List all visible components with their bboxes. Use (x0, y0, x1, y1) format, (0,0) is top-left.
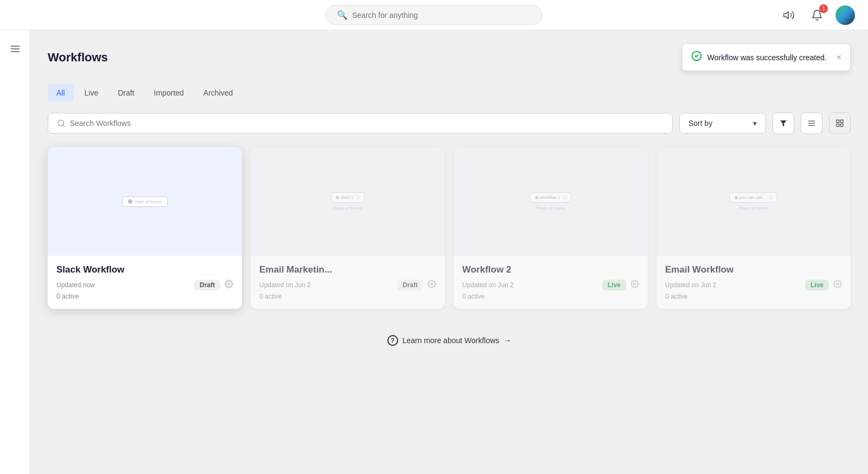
toast-close-button[interactable]: × (837, 53, 841, 62)
global-search-bar[interactable]: 🔍 (326, 5, 542, 25)
megaphone-button[interactable] (779, 5, 799, 25)
card-active-slack: 0 active (56, 293, 233, 300)
preview-content-ew: you can use... Place of funnel (730, 192, 778, 211)
learn-more-link[interactable]: ? Learn more about Workflows → (48, 326, 851, 355)
card-info-email-marketing: Email Marketin... Updated on Jun 2 Draft (251, 256, 445, 309)
preview-dot (336, 196, 339, 199)
card-preview-email-marketing: Start 1 Place of funnel (251, 147, 445, 256)
preview-small-box-w2 (563, 196, 566, 199)
filter-icon (779, 119, 788, 128)
gear-icon-email-marketing[interactable] (427, 280, 436, 290)
preview-content-w2: workflow 1 Place of funnel (530, 192, 572, 211)
preview-funnel-label-w2: Place of funnel (537, 206, 565, 211)
svg-rect-14 (840, 124, 843, 127)
card-info-workflow2: Workflow 2 Updated on Jun 2 Live (454, 256, 648, 309)
preview-box-label: Start of funnel (135, 199, 162, 204)
svg-point-15 (228, 283, 230, 285)
badge-draft-slack: Draft (194, 280, 220, 290)
sidebar-menu-icon[interactable] (5, 39, 25, 59)
tabs-row: All Live Draft Imported Archived (48, 84, 851, 102)
preview-small-box-ew (769, 196, 773, 199)
tab-archived[interactable]: Archived (195, 84, 241, 102)
list-view-button[interactable] (801, 112, 822, 134)
card-updated-email-workflow: Updated on Jun 2 (665, 281, 717, 289)
card-info-slack: Slack Workflow Updated now Draft (48, 256, 242, 309)
tab-live[interactable]: Live (76, 84, 107, 102)
card-preview-email-workflow: you can use... Place of funnel (656, 147, 851, 256)
notification-button[interactable]: 1 (807, 5, 827, 25)
toast-notification: Workflow was successfully created. × (682, 43, 851, 71)
card-updated-workflow2: Updated on Jun 2 (462, 281, 514, 289)
toast-success-icon (691, 50, 702, 64)
hamburger-icon (10, 43, 21, 54)
preview-row-ew: you can use... (730, 192, 778, 203)
page-title: Workflows (48, 50, 108, 65)
workflow-card-workflow2[interactable]: workflow 1 Place of funnel Workflow 2 Up… (454, 147, 648, 309)
sort-label: Sort by (688, 119, 712, 128)
svg-marker-7 (780, 121, 787, 127)
chevron-down-icon: ▾ (753, 119, 757, 128)
preview-funnel-label: Place of funnel (334, 206, 362, 211)
card-name-email-workflow: Email Workflow (665, 264, 842, 275)
svg-rect-13 (837, 124, 839, 127)
badge-draft-email-marketing: Draft (397, 280, 423, 290)
main-layout: Workflows Workflow was successfully crea… (0, 30, 868, 474)
svg-rect-11 (837, 120, 839, 123)
preview-row: Start 1 (331, 192, 365, 203)
sidebar (0, 30, 30, 474)
svg-point-17 (634, 283, 636, 285)
card-active-email-workflow: 0 active (665, 293, 842, 300)
preview-content: Start 1 Place of funnel (331, 192, 365, 211)
card-info-email-workflow: Email Workflow Updated on Jun 2 Live (656, 256, 851, 309)
card-preview-slack: Start of funnel (48, 147, 242, 256)
megaphone-icon (783, 9, 795, 21)
preview-row-w2: workflow 1 (530, 192, 572, 203)
question-icon: ? (387, 335, 398, 346)
preview-dot-ew (735, 196, 738, 199)
workflow-card-slack[interactable]: Start of funnel Slack Workflow Updated n… (48, 147, 242, 309)
card-preview-workflow2: workflow 1 Place of funnel (454, 147, 648, 256)
card-name-email-marketing: Email Marketin... (259, 264, 436, 275)
toast-message: Workflow was successfully created. (707, 53, 827, 62)
badge-live-email-workflow: Live (805, 280, 829, 290)
svg-rect-12 (840, 120, 843, 123)
workflow-card-email-workflow[interactable]: you can use... Place of funnel Email Wor… (656, 147, 851, 309)
topbar-right: 1 (779, 5, 855, 25)
workflow-search-bar[interactable] (48, 113, 673, 134)
workflow-card-email-marketing[interactable]: Start 1 Place of funnel Email Marketin..… (251, 147, 445, 309)
tab-imported[interactable]: Imported (145, 84, 193, 102)
preview-node-box-w2: workflow 1 (530, 192, 572, 203)
list-view-icon (807, 119, 816, 128)
filter-button[interactable] (773, 112, 794, 134)
page-header: Workflows Workflow was successfully crea… (48, 43, 851, 71)
gear-icon-email-workflow[interactable] (833, 280, 842, 290)
global-search-input[interactable] (352, 11, 531, 20)
avatar[interactable] (835, 5, 855, 25)
preview-diagram: Start of funnel (122, 197, 168, 207)
controls-row: Sort by ▾ (48, 112, 851, 134)
card-updated-slack: Updated now (56, 281, 95, 289)
preview-node: Start of funnel (122, 197, 168, 207)
content-area: Workflows Workflow was successfully crea… (30, 30, 868, 474)
gear-icon-slack[interactable] (225, 280, 233, 290)
tab-all[interactable]: All (48, 84, 74, 102)
svg-line-6 (63, 125, 65, 127)
search-icon: 🔍 (337, 10, 348, 20)
preview-box: Start of funnel (122, 197, 168, 207)
workflow-grid: Start of funnel Slack Workflow Updated n… (48, 147, 851, 309)
preview-box-icon (128, 199, 132, 204)
grid-view-button[interactable] (829, 112, 851, 134)
svg-marker-0 (784, 11, 788, 18)
svg-point-16 (431, 283, 433, 285)
learn-more-text: Learn more about Workflows (403, 336, 500, 345)
workflow-search-input[interactable] (70, 119, 663, 128)
card-name-workflow2: Workflow 2 (462, 264, 639, 275)
gear-icon-workflow2[interactable] (630, 280, 639, 290)
card-active-email-marketing: 0 active (259, 293, 436, 300)
learn-more-arrow: → (503, 336, 511, 345)
sort-dropdown[interactable]: Sort by ▾ (679, 113, 766, 134)
tab-draft[interactable]: Draft (109, 84, 143, 102)
preview-node-box-ew: you can use... (730, 192, 778, 203)
svg-point-18 (837, 283, 839, 285)
workflow-search-icon (57, 119, 66, 128)
